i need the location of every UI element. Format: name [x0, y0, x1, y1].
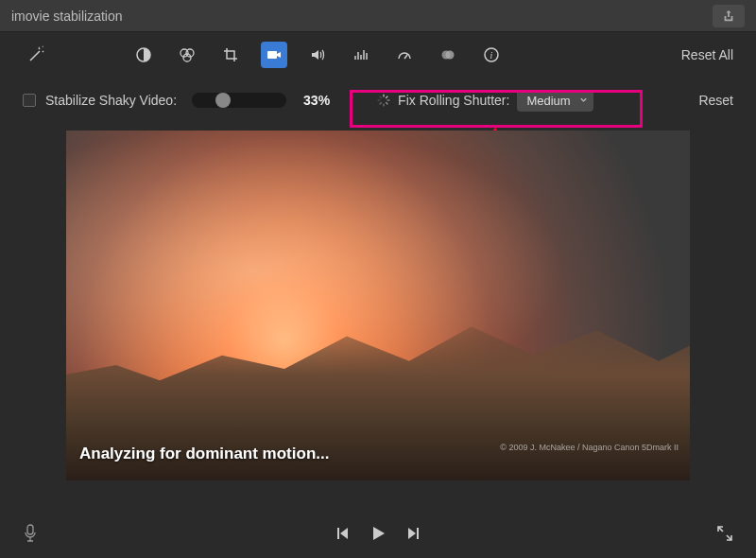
rolling-shutter-group: Fix Rolling Shutter: Medium	[377, 90, 593, 112]
color-balance-button[interactable]	[130, 42, 157, 68]
filter-button[interactable]	[435, 42, 461, 68]
preview-watermark: © 2009 J. McNakee / Nagano Canon 5Dmark …	[500, 443, 679, 452]
prev-button[interactable]	[335, 526, 350, 541]
play-button[interactable]	[369, 524, 387, 543]
svg-rect-4	[267, 51, 277, 59]
noise-equalizer-button[interactable]	[348, 42, 374, 68]
reset-all-button[interactable]: Reset All	[681, 47, 733, 62]
next-button[interactable]	[406, 526, 421, 541]
svg-rect-19	[27, 525, 33, 534]
color-correction-button[interactable]	[174, 42, 200, 68]
info-icon: i	[483, 46, 500, 63]
stabilize-label: Stabilize Shaky Video:	[45, 93, 177, 108]
share-icon	[722, 9, 735, 23]
stabilization-button[interactable]	[261, 42, 287, 68]
microphone-icon	[23, 524, 38, 543]
rolling-shutter-dropdown[interactable]: Medium	[517, 90, 593, 112]
svg-line-14	[380, 103, 382, 105]
play-icon	[369, 524, 387, 543]
voiceover-button[interactable]	[23, 524, 38, 543]
palette-icon	[178, 45, 197, 64]
fullscreen-button[interactable]	[716, 525, 733, 542]
share-button[interactable]	[713, 5, 745, 27]
svg-line-16	[380, 96, 382, 98]
crop-icon	[222, 46, 239, 63]
inspector-toolbar: i Reset All	[0, 32, 756, 78]
volume-button[interactable]	[304, 42, 331, 68]
skip-back-icon	[335, 526, 350, 541]
overlap-circles-icon	[439, 46, 456, 63]
rolling-shutter-label: Fix Rolling Shutter:	[398, 93, 509, 108]
reset-button[interactable]: Reset	[698, 93, 733, 108]
svg-text:i: i	[490, 50, 493, 61]
speaker-icon	[309, 46, 326, 63]
camera-icon	[266, 46, 283, 63]
svg-point-6	[446, 51, 455, 60]
titlebar: imovie stabilization	[0, 0, 756, 32]
magic-wand-icon	[26, 45, 45, 64]
gauge-icon	[396, 46, 413, 63]
skip-forward-icon	[406, 526, 421, 541]
info-button[interactable]: i	[478, 42, 505, 68]
expand-icon	[716, 525, 733, 542]
speed-button[interactable]	[391, 42, 418, 68]
analyzing-overlay: Analyzing for dominant motion...	[79, 445, 329, 463]
stabilize-slider[interactable]	[192, 93, 286, 108]
window-title: imovie stabilization	[11, 9, 123, 24]
dropdown-value: Medium	[526, 94, 570, 108]
playback-controls	[335, 524, 421, 543]
svg-line-12	[387, 103, 388, 105]
bottom-bar	[0, 514, 756, 552]
stabilize-percent: 33%	[303, 93, 330, 108]
stabilization-controls: Stabilize Shaky Video: 33% Fix Rolling S…	[0, 78, 756, 123]
magic-wand-button[interactable]	[23, 42, 49, 68]
stabilize-checkbox[interactable]	[23, 94, 36, 107]
slider-thumb[interactable]	[215, 93, 231, 108]
equalizer-icon	[352, 46, 369, 63]
spinner-icon	[377, 94, 390, 107]
half-circle-icon	[135, 46, 152, 63]
video-preview[interactable]: Analyzing for dominant motion... © 2009 …	[66, 131, 690, 480]
svg-line-10	[387, 96, 388, 98]
crop-button[interactable]	[217, 42, 244, 68]
chevron-down-icon	[579, 96, 588, 105]
